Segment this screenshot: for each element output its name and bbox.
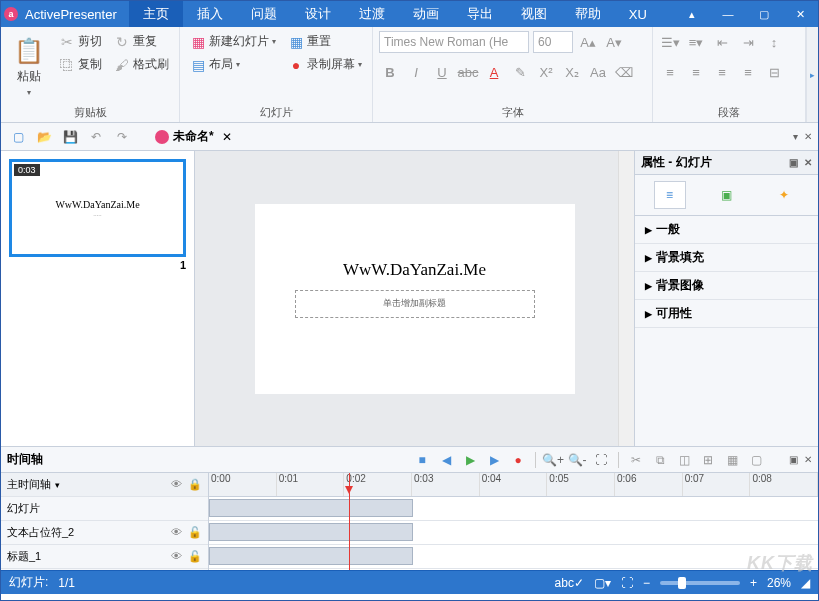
props-section-availability[interactable]: ▶可用性	[635, 300, 818, 328]
main-track-row[interactable]: 主时间轴 ▾ 👁🔒	[1, 473, 208, 497]
strike-button[interactable]: abc	[457, 61, 479, 83]
tl-zoomout-button[interactable]: 🔍-	[566, 450, 588, 470]
tl-split-button[interactable]: ✂	[625, 450, 647, 470]
underline-button[interactable]: U	[431, 61, 453, 83]
tab-animation[interactable]: 动画	[399, 1, 453, 27]
slide-subtitle-placeholder[interactable]: 单击增加副标题	[295, 290, 535, 318]
props-section-bgfill[interactable]: ▶背景填充	[635, 244, 818, 272]
document-tab[interactable]: 未命名* ✕	[147, 126, 244, 148]
panel-close-button[interactable]: ✕	[804, 131, 812, 142]
repeat-button[interactable]: ↻重复	[110, 31, 173, 52]
reset-button[interactable]: ▦重置	[284, 31, 366, 52]
highlight-button[interactable]: ✎	[509, 61, 531, 83]
paste-button[interactable]: 📋 粘贴 ▾	[7, 31, 51, 103]
props-tab-general[interactable]: ≡	[654, 181, 686, 209]
document-close-button[interactable]: ✕	[218, 130, 236, 144]
bold-button[interactable]: B	[379, 61, 401, 83]
italic-button[interactable]: I	[405, 61, 427, 83]
align-justify-button[interactable]: ≡	[737, 61, 759, 83]
slide-title[interactable]: WwW.DaYanZai.Me	[343, 260, 486, 280]
increase-font-button[interactable]: A▴	[577, 31, 599, 53]
visibility-icon[interactable]: 👁	[171, 550, 182, 563]
slide-thumbnail[interactable]: 0:03 WwW.DaYanZai.Me ·····	[9, 159, 186, 257]
ribbon-overflow-button[interactable]: ▸	[806, 27, 818, 122]
zoom-in-button[interactable]: +	[750, 576, 757, 590]
track-title[interactable]: 标题_1👁🔓	[1, 545, 208, 569]
props-dock-button[interactable]: ▣	[789, 157, 798, 168]
record-screen-button[interactable]: ●录制屏幕▾	[284, 54, 366, 75]
props-section-general[interactable]: ▶一般	[635, 216, 818, 244]
lock-icon[interactable]: 🔓	[188, 550, 202, 563]
track-area-text[interactable]	[209, 521, 818, 545]
font-size-select[interactable]	[533, 31, 573, 53]
visibility-icon[interactable]: 👁	[171, 526, 182, 539]
clip-slide[interactable]	[209, 499, 413, 517]
font-color-button[interactable]: A	[483, 61, 505, 83]
close-button[interactable]: ✕	[782, 1, 818, 27]
decrease-font-button[interactable]: A▾	[603, 31, 625, 53]
tab-export[interactable]: 导出	[453, 1, 507, 27]
font-family-select[interactable]	[379, 31, 529, 53]
tl-dock-button[interactable]: ▣	[789, 454, 798, 465]
tl-zoomfit-button[interactable]: ⛶	[590, 450, 612, 470]
numbering-button[interactable]: ≡▾	[685, 31, 707, 53]
tl-marker3-button[interactable]: ⊞	[697, 450, 719, 470]
tl-play-button[interactable]: ▶	[459, 450, 481, 470]
tab-insert[interactable]: 插入	[183, 1, 237, 27]
indent-decrease-button[interactable]: ⇤	[711, 31, 733, 53]
clip-title[interactable]	[209, 547, 413, 565]
tab-home[interactable]: 主页	[129, 1, 183, 27]
redo-button[interactable]: ↷	[111, 126, 133, 148]
open-file-button[interactable]: 📂	[33, 126, 55, 148]
tl-zoomin-button[interactable]: 🔍+	[542, 450, 564, 470]
tab-view[interactable]: 视图	[507, 1, 561, 27]
track-area-title[interactable]	[209, 545, 818, 569]
track-slide[interactable]: 幻灯片	[1, 497, 208, 521]
maximize-button[interactable]: ▢	[746, 1, 782, 27]
bullets-button[interactable]: ☰▾	[659, 31, 681, 53]
tl-stop-button[interactable]: ■	[411, 450, 433, 470]
clip-text[interactable]	[209, 523, 413, 541]
tl-marker1-button[interactable]: ⧉	[649, 450, 671, 470]
tl-next-button[interactable]: ▶	[483, 450, 505, 470]
new-slide-button[interactable]: ▦新建幻灯片▾	[186, 31, 280, 52]
tl-marker4-button[interactable]: ▦	[721, 450, 743, 470]
align-center-button[interactable]: ≡	[685, 61, 707, 83]
resize-handle[interactable]: ◢	[801, 576, 810, 590]
tl-marker5-button[interactable]: ▢	[745, 450, 767, 470]
fit-button[interactable]: ⛶	[621, 576, 633, 590]
new-file-button[interactable]: ▢	[7, 126, 29, 148]
tab-transition[interactable]: 过渡	[345, 1, 399, 27]
tab-design[interactable]: 设计	[291, 1, 345, 27]
save-button[interactable]: 💾	[59, 126, 81, 148]
track-textplaceholder[interactable]: 文本占位符_2👁🔓	[1, 521, 208, 545]
line-spacing-button[interactable]: ↕	[763, 31, 785, 53]
indent-increase-button[interactable]: ⇥	[737, 31, 759, 53]
superscript-button[interactable]: X²	[535, 61, 557, 83]
tab-help[interactable]: 帮助	[561, 1, 615, 27]
timeline-tracks-area[interactable]: 0:00 0:01 0:02 0:03 0:04 0:05 0:06 0:07 …	[209, 473, 818, 570]
copy-button[interactable]: ⿻复制	[55, 54, 106, 75]
props-close-button[interactable]: ✕	[804, 157, 812, 168]
tl-marker2-button[interactable]: ◫	[673, 450, 695, 470]
props-tab-effects[interactable]: ✦	[768, 181, 800, 209]
visibility-icon[interactable]: 👁	[171, 478, 182, 491]
minimize-button[interactable]: ―	[710, 1, 746, 27]
lock-icon[interactable]: 🔒	[188, 478, 202, 491]
cut-button[interactable]: ✂剪切	[55, 31, 106, 52]
valign-button[interactable]: ⊟	[763, 61, 785, 83]
clear-format-button[interactable]: ⌫	[613, 61, 635, 83]
align-right-button[interactable]: ≡	[711, 61, 733, 83]
lock-icon[interactable]: 🔓	[188, 526, 202, 539]
tl-prev-button[interactable]: ◀	[435, 450, 457, 470]
align-left-button[interactable]: ≡	[659, 61, 681, 83]
track-area-slide[interactable]	[209, 497, 818, 521]
zoom-slider[interactable]	[660, 581, 740, 585]
view-normal-button[interactable]: ▢▾	[594, 576, 611, 590]
tab-question[interactable]: 问题	[237, 1, 291, 27]
zoom-out-button[interactable]: −	[643, 576, 650, 590]
format-painter-button[interactable]: 🖌格式刷	[110, 54, 173, 75]
timeline-ruler[interactable]: 0:00 0:01 0:02 0:03 0:04 0:05 0:06 0:07 …	[209, 473, 818, 497]
panel-dock-button[interactable]: ▾	[793, 131, 798, 142]
tl-record-button[interactable]: ●	[507, 450, 529, 470]
